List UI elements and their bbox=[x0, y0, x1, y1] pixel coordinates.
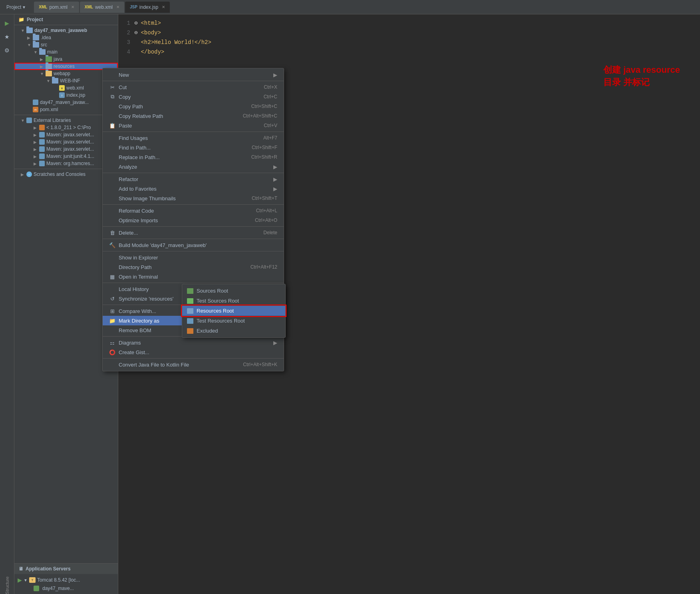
submenu-test-sources-root[interactable]: Test Sources Root bbox=[182, 296, 285, 306]
separator-11 bbox=[103, 358, 284, 359]
idea-folder-icon bbox=[33, 35, 39, 40]
resources-arrow: ▶ bbox=[40, 64, 46, 69]
menu-copy-rel-path-label: Copy Relative Path bbox=[119, 113, 240, 119]
sync-icon: ↺ bbox=[109, 295, 115, 302]
new-arrow: ▶ bbox=[273, 72, 277, 78]
menu-build-label: Build Module 'day47_maven_javaweb' bbox=[119, 242, 277, 248]
menu-item-add-favorites[interactable]: Add to Favorites ▶ bbox=[103, 184, 284, 193]
menu-item-show-images[interactable]: Show Image Thumbnails Ctrl+Shift+T bbox=[103, 193, 284, 203]
copy-path-shortcut: Ctrl+Shift+C bbox=[251, 104, 277, 109]
tree-item-main[interactable]: ▼ main bbox=[14, 48, 118, 56]
tab-pom[interactable]: XML pom.xml ✕ bbox=[34, 2, 79, 13]
menu-item-open-terminal[interactable]: ▦ Open in Terminal bbox=[103, 272, 284, 281]
menu-item-copy-path[interactable]: Copy Path Ctrl+Shift+C bbox=[103, 102, 284, 111]
menu-item-paste[interactable]: 📋 Paste Ctrl+V bbox=[103, 121, 284, 130]
menu-dir-path-label: Directory Path bbox=[119, 264, 247, 270]
dir-path-icon bbox=[109, 264, 115, 270]
menu-item-copy-rel-path[interactable]: Copy Relative Path Ctrl+Alt+Shift+C bbox=[103, 111, 284, 121]
tomcat-module-item[interactable]: day47_mave... bbox=[14, 584, 118, 592]
menu-item-find-in-path[interactable]: Find in Path... Ctrl+Shift+F bbox=[103, 143, 284, 152]
replace-path-shortcut: Ctrl+Shift+R bbox=[251, 154, 277, 160]
gist-icon: ⭕ bbox=[109, 349, 115, 355]
pom-close-icon[interactable]: ✕ bbox=[71, 5, 74, 9]
toolbar-structure[interactable]: Structure bbox=[2, 580, 13, 591]
menu-copy-label: Copy bbox=[119, 94, 261, 100]
scratches-arrow: ▶ bbox=[21, 172, 26, 177]
explorer-icon bbox=[109, 254, 115, 261]
find-usages-shortcut: Alt+F7 bbox=[263, 135, 277, 141]
history-icon bbox=[109, 286, 115, 292]
menu-item-create-gist[interactable]: ⭕ Create Gist... bbox=[103, 347, 284, 357]
menu-item-directory-path[interactable]: Directory Path Ctrl+Alt+F12 bbox=[103, 262, 284, 272]
tree-item-idea[interactable]: ▶ .idea bbox=[14, 34, 118, 41]
src-label: src bbox=[41, 42, 47, 48]
menu-item-replace-in-path[interactable]: Replace in Path... Ctrl+Shift+R bbox=[103, 152, 284, 162]
webapp-label: webapp bbox=[54, 71, 70, 76]
project-dropdown[interactable]: Project ▾ bbox=[3, 4, 28, 11]
menu-item-diagrams[interactable]: ⚏ Diagrams ▶ bbox=[103, 338, 284, 347]
tab-index[interactable]: JSP index.jsp ✕ bbox=[125, 2, 170, 13]
menu-item-new[interactable]: New ▶ bbox=[103, 70, 284, 80]
tab-web[interactable]: XML web.xml ✕ bbox=[80, 2, 124, 13]
app-servers-content: ▶ ▼ T Tomcat 8.5.42 [loc... day47_mave..… bbox=[14, 574, 118, 594]
extlibs-icon bbox=[26, 118, 32, 123]
menu-convert-label: Convert Java File to Kotlin File bbox=[119, 362, 240, 368]
menu-item-refactor[interactable]: Refactor ▶ bbox=[103, 174, 284, 184]
submenu-excluded[interactable]: Excluded bbox=[182, 326, 285, 336]
menu-item-convert-java[interactable]: Convert Java File to Kotlin File Ctrl+Al… bbox=[103, 360, 284, 369]
menu-find-usages-label: Find Usages bbox=[119, 135, 260, 141]
tree-item-java[interactable]: ▶ java bbox=[14, 56, 118, 63]
delete-shortcut: Delete bbox=[263, 230, 277, 235]
main-arrow: ▼ bbox=[34, 50, 39, 54]
menu-item-analyze[interactable]: Analyze ▶ bbox=[103, 162, 284, 171]
junit-icon bbox=[39, 153, 45, 159]
find-path-icon bbox=[109, 144, 115, 151]
indexjsp-close-icon[interactable]: ✕ bbox=[162, 5, 165, 9]
tab-pom-label: pom.xml bbox=[49, 4, 67, 10]
server-header-icon: 🖥 bbox=[18, 566, 23, 572]
submenu-resources-root[interactable]: Resources Root bbox=[182, 306, 285, 316]
separator-8 bbox=[103, 283, 284, 283]
excluded-label: Excluded bbox=[197, 328, 218, 334]
extlibs-arrow: ▼ bbox=[21, 118, 26, 123]
menu-item-optimize-imports[interactable]: Optimize Imports Ctrl+Alt+O bbox=[103, 215, 284, 225]
project-dropdown-arrow: ▾ bbox=[23, 4, 25, 10]
menu-paste-label: Paste bbox=[119, 123, 261, 129]
webxml-close-icon[interactable]: ✕ bbox=[116, 5, 119, 9]
jdk-icon bbox=[39, 125, 45, 130]
main-folder-icon bbox=[39, 49, 46, 55]
separator-2 bbox=[103, 132, 284, 132]
cut-shortcut: Ctrl+X bbox=[264, 84, 277, 90]
submenu-sources-root[interactable]: Sources Root bbox=[182, 286, 285, 296]
body-close-tag: </body> bbox=[141, 47, 164, 57]
servlet1-icon bbox=[39, 132, 45, 138]
copy-rel-path-icon bbox=[109, 113, 115, 119]
servlet2-label: Maven: javax.servlet... bbox=[46, 139, 94, 145]
menu-item-reformat[interactable]: Reformat Code Ctrl+Alt+L bbox=[103, 206, 284, 215]
menu-item-copy[interactable]: ⧉ Copy Ctrl+C bbox=[103, 92, 284, 102]
menu-terminal-label: Open in Terminal bbox=[119, 274, 277, 280]
webinf-arrow: ▼ bbox=[46, 79, 52, 83]
menu-item-find-usages[interactable]: Find Usages Alt+F7 bbox=[103, 133, 284, 143]
resources-folder-icon bbox=[46, 64, 52, 69]
menu-item-cut[interactable]: ✂ Cut Ctrl+X bbox=[103, 82, 284, 92]
menu-item-build-module[interactable]: 🔨 Build Module 'day47_maven_javaweb' bbox=[103, 240, 284, 250]
menu-item-delete[interactable]: 🗑 Delete... Delete bbox=[103, 228, 284, 237]
jdk-label: < 1.8.0_211 > C:\Pro bbox=[46, 125, 91, 130]
separator-6 bbox=[103, 239, 284, 239]
compare-icon: ⊞ bbox=[109, 308, 115, 314]
test-resources-root-label: Test Resources Root bbox=[197, 318, 245, 324]
submenu-test-resources-root[interactable]: Test Resources Root bbox=[182, 316, 285, 326]
menu-cut-label: Cut bbox=[119, 84, 261, 90]
tree-item-src[interactable]: ▼ src bbox=[14, 41, 118, 48]
webxml-icon: XML bbox=[85, 5, 93, 9]
tree-item-root[interactable]: ▼ day47_maven_javaweb bbox=[14, 27, 118, 34]
toolbar-btn-2[interactable]: ⚙ bbox=[2, 45, 13, 56]
body-tag: <body> bbox=[141, 28, 161, 38]
run-button[interactable]: ▶ bbox=[2, 18, 13, 29]
menu-item-show-explorer[interactable]: Show in Explorer bbox=[103, 253, 284, 262]
menu-find-path-label: Find in Path... bbox=[119, 145, 249, 151]
toolbar-btn-1[interactable]: ★ bbox=[2, 31, 13, 42]
left-toolbar: ▶ ★ ⚙ Structure bbox=[0, 14, 14, 594]
tomcat-item[interactable]: ▶ ▼ T Tomcat 8.5.42 [loc... bbox=[14, 576, 118, 584]
